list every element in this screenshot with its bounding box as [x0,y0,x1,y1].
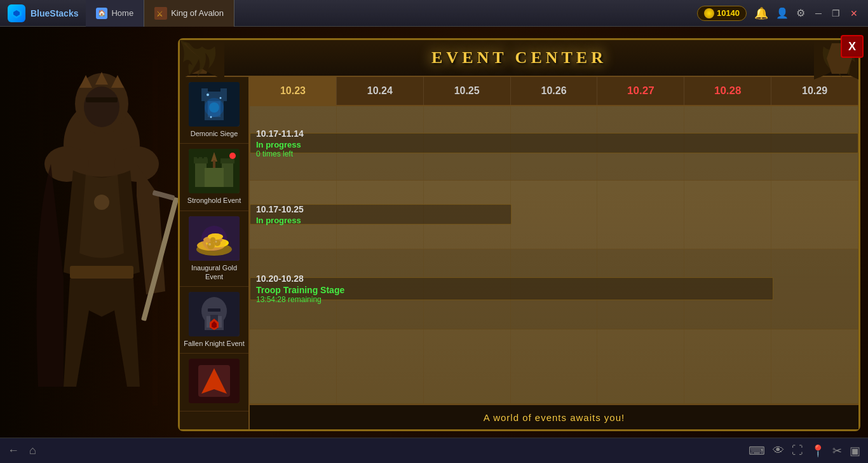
layers-icon[interactable]: ▣ [850,444,860,458]
svg-rect-39 [204,157,207,160]
sidebar-item-demonic-siege[interactable]: Demonic Siege [180,77,248,144]
bottom-text: A world of events awaits you! [484,412,625,423]
svg-point-53 [201,226,227,251]
svg-point-28 [207,93,209,96]
stronghold-status: In progress [256,216,852,225]
date-col-1028[interactable]: 10.28 [684,77,771,105]
svg-rect-41 [213,160,215,168]
fallen-knight-row: 10 Ca 6d [250,329,858,404]
bluestacks-logo [8,4,25,22]
topbar-right: 10140 🔔 👤 ⚙ ─ ❐ ✕ [689,6,868,21]
home-icon: 🏠 [96,8,107,19]
keyboard-icon[interactable]: ⌨ [749,444,765,458]
window-controls: ─ ❐ ✕ [813,7,860,20]
stronghold-label: Stronghold Event [187,196,241,205]
taskbar-home-icon[interactable]: ⌂ [29,444,36,457]
app-name: BlueStacks [31,8,78,18]
coins-display: 10140 [697,6,747,21]
coin-icon [704,8,714,18]
close-icon: X [848,40,856,53]
close-window-button[interactable]: ✕ [848,7,860,20]
date-col-1026[interactable]: 10.26 [511,77,598,105]
calendar-area: 10.23 10.24 10.25 10.26 10.27 [250,77,858,429]
sidebar-item-fallen-knight[interactable]: Fallen Knight Event [180,287,248,354]
notification-icon[interactable]: 🔔 [754,6,768,20]
taskbar: ← ⌂ ⌨ 👁 ⛶ 📍 ✂ ▣ [0,438,868,463]
date-col-1023[interactable]: 10.23 [250,77,337,105]
gold-event-row: 10.20-10.28 Troop Training Stage 13:54:2… [250,249,858,329]
tab-home[interactable]: 🏠 Home [86,0,144,27]
scissors-icon[interactable]: ✂ [832,444,842,458]
svg-rect-57 [208,308,220,312]
events-sidebar: Demonic Siege [180,77,250,429]
game-icon: ⚔ [154,7,167,20]
sidebar-item-gold-event[interactable]: Inaugural Gold Event [180,211,248,287]
coins-value: 10140 [717,8,740,18]
minimize-button[interactable]: ─ [813,7,824,20]
sidebar-item-stronghold[interactable]: Stronghold Event [180,144,248,211]
date-header: 10.23 10.24 10.25 10.26 10.27 [250,77,858,106]
stronghold-thumb [189,149,240,193]
svg-rect-34 [205,168,224,187]
tab-game-label: King of Avalon [171,8,224,18]
panel-title-bar: EVENT CENTER X [180,40,858,77]
gold-event-date-range: 10.20-10.28 [256,273,852,284]
demonic-siege-thumb [189,82,240,127]
expand-icon[interactable]: ⛶ [792,444,803,457]
close-button[interactable]: X [841,35,864,58]
svg-point-27 [209,102,219,113]
calendar-content: 10.17-11.14 In progress 0 times left [250,106,858,404]
user-icon[interactable]: 👤 [776,7,789,19]
topbar: BlueStacks 🏠 Home ⚔ King of Avalon 10140… [0,0,868,27]
gold-event-status: Troop Training Stage [256,285,852,295]
demonic-siege-status-group: In progress 0 times left [256,139,852,158]
tab-game[interactable]: ⚔ King of Avalon [144,0,234,27]
gold-event-label: Inaugural Gold Event [182,263,246,282]
svg-text:⚔: ⚔ [156,10,163,18]
svg-point-18 [94,195,109,210]
svg-rect-20 [86,97,118,102]
event-center-title: EVENT CENTER [431,48,607,67]
stronghold-event-row: 10.17-10.25 In progress [250,181,858,249]
col-dividers-4 [250,329,858,403]
location-icon[interactable]: 📍 [811,444,825,458]
svg-rect-24 [220,88,227,101]
demonic-siege-label: Demonic Siege [191,129,238,138]
sidebar-item-extra[interactable] [180,354,248,411]
gold-event-thumb [189,216,240,261]
svg-rect-36 [220,158,234,163]
eye-icon[interactable]: 👁 [773,444,784,457]
svg-rect-38 [199,157,202,160]
demonic-siege-row: 10.17-11.14 In progress 0 times left [250,106,858,181]
svg-rect-15 [70,266,133,279]
knight-figure [0,27,203,438]
panel-content: Demonic Siege [180,77,858,429]
date-col-1024[interactable]: 10.24 [337,77,424,105]
svg-point-19 [84,86,119,127]
gold-event-timer: 13:54:28 remaining [256,295,852,304]
date-col-1027[interactable]: 10.27 [597,77,684,105]
taskbar-right: ⌨ 👁 ⛶ 📍 ✂ ▣ [749,444,860,458]
back-icon[interactable]: ← [8,444,19,457]
fallen-knight-thumb [189,292,240,336]
dragon-left-decoration [180,40,224,82]
bottom-bar: A world of events awaits you! [250,404,858,429]
topbar-left: BlueStacks [0,4,86,22]
stronghold-date-range: 10.17-10.25 [256,204,852,214]
extra-event-thumb [189,359,240,403]
game-area: EVENT CENTER X [0,27,868,463]
fallen-knight-label: Fallen Knight Event [184,339,244,348]
date-col-1025[interactable]: 10.25 [424,77,511,105]
restore-button[interactable]: ❐ [829,7,843,20]
svg-rect-37 [194,157,197,160]
tab-home-label: Home [111,8,133,18]
demonic-siege-sub-status: 0 times left [256,149,852,158]
demonic-siege-status: In progress [256,140,852,149]
svg-point-29 [220,97,222,99]
event-center-panel: EVENT CENTER X [178,38,860,431]
settings-icon[interactable]: ⚙ [796,7,805,19]
svg-point-30 [210,116,212,118]
demonic-siege-date-range: 10.17-11.14 [256,128,852,139]
